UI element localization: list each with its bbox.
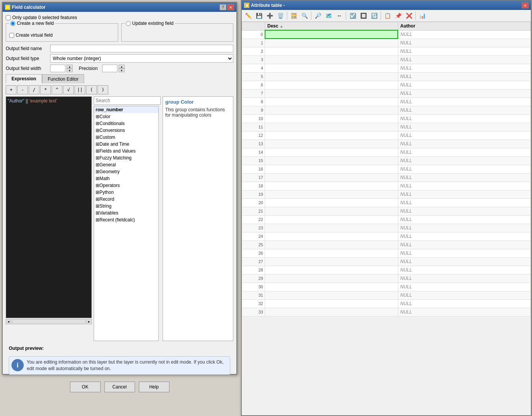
precision-input[interactable]: 0	[102, 65, 117, 72]
desc-cell[interactable]	[265, 283, 398, 291]
desc-cell[interactable]	[265, 98, 398, 106]
op-sqrt[interactable]: √	[63, 85, 74, 94]
func-math[interactable]: ⊞ Math	[94, 175, 158, 182]
func-row-number[interactable]: row_number	[94, 106, 158, 113]
desc-cell[interactable]	[265, 106, 398, 114]
desc-cell[interactable]	[265, 148, 398, 156]
func-fields-and-values[interactable]: ⊞ Fields and Values	[94, 148, 158, 154]
op-slash[interactable]: /	[29, 85, 39, 94]
func-conditionals[interactable]: ⊞ Conditionals	[94, 120, 158, 127]
desc-cell[interactable]	[265, 165, 398, 173]
desc-cell[interactable]	[265, 291, 398, 299]
desc-cell[interactable]	[265, 190, 398, 198]
desc-cell[interactable]	[265, 249, 398, 257]
desc-cell[interactable]	[265, 81, 398, 89]
search-input[interactable]	[94, 96, 161, 105]
desc-cell[interactable]	[265, 89, 398, 98]
desc-cell[interactable]	[265, 30, 398, 39]
attr-table-close-btn[interactable]: ✕	[522, 2, 529, 8]
func-record[interactable]: ⊞ Record	[94, 196, 158, 203]
toolbar-paste-btn[interactable]: 📌	[393, 11, 403, 20]
width-up-btn[interactable]: ▲	[67, 65, 73, 68]
toolbar-filter-btn[interactable]: 🔍	[299, 11, 309, 20]
op-multiply[interactable]: *	[40, 85, 51, 94]
func-variables[interactable]: ⊞ Variables	[94, 210, 158, 216]
toolbar-deselect-btn[interactable]: 🔲	[358, 11, 368, 20]
desc-cell[interactable]	[265, 64, 398, 72]
h-scrollbar[interactable]	[12, 319, 86, 324]
toolbar-delete-features-btn[interactable]: ❌	[404, 11, 414, 20]
tab-function-editor[interactable]: Function Editor	[42, 74, 85, 83]
op-plus[interactable]: +	[6, 85, 16, 94]
func-custom[interactable]: ⊞ Custom	[94, 134, 158, 141]
col-author[interactable]: Author	[398, 22, 531, 31]
op-close-paren[interactable]: )	[98, 85, 108, 94]
only-update-checkbox[interactable]	[6, 15, 11, 20]
only-update-label[interactable]: Only update 0 selected features	[6, 15, 233, 20]
desc-cell[interactable]	[265, 266, 398, 274]
desc-cell[interactable]	[265, 156, 398, 165]
toolbar-edit-btn[interactable]: ✏️	[243, 11, 253, 20]
create-virtual-checkbox[interactable]	[9, 33, 14, 38]
output-field-width-input[interactable]: 10	[50, 65, 65, 72]
op-concat[interactable]: ||	[75, 85, 85, 94]
func-conversions[interactable]: ⊞ Conversions	[94, 127, 158, 134]
desc-cell[interactable]	[265, 224, 398, 232]
precision-down-btn[interactable]: ▼	[119, 68, 125, 72]
desc-cell[interactable]	[265, 240, 398, 249]
desc-cell[interactable]	[265, 173, 398, 182]
op-caret[interactable]: ^	[52, 85, 62, 94]
toolbar-columns-btn[interactable]: 📊	[417, 11, 427, 20]
desc-cell[interactable]	[265, 299, 398, 308]
func-string[interactable]: ⊞ String	[94, 203, 158, 210]
desc-cell[interactable]	[265, 131, 398, 140]
desc-cell[interactable]	[265, 198, 398, 207]
desc-cell[interactable]	[265, 72, 398, 81]
attr-table-container[interactable]: Desc ▲ Author 0NULL1NULL2NULL3NULL4NULL5…	[242, 22, 531, 415]
desc-cell[interactable]	[265, 140, 398, 148]
update-existing-radio[interactable]	[126, 21, 131, 26]
desc-cell[interactable]	[265, 207, 398, 215]
desc-cell[interactable]	[265, 308, 398, 316]
desc-cell[interactable]	[265, 55, 398, 64]
scroll-right-btn[interactable]: ►	[86, 319, 92, 324]
tab-expression[interactable]: Expression	[6, 74, 42, 83]
desc-cell[interactable]	[265, 232, 398, 240]
precision-up-btn[interactable]: ▲	[119, 65, 125, 68]
toolbar-invert-btn[interactable]: 🔃	[369, 11, 379, 20]
func-color[interactable]: ⊞ Color	[94, 113, 158, 120]
desc-cell[interactable]	[265, 47, 398, 55]
func-geometry[interactable]: ⊞ Geometry	[94, 168, 158, 175]
width-down-btn[interactable]: ▼	[67, 68, 73, 72]
func-fuzzy-matching[interactable]: ⊞ Fuzzy Matching	[94, 154, 158, 161]
desc-cell[interactable]	[265, 274, 398, 283]
output-field-type-select[interactable]: Whole number (integer)	[50, 54, 233, 63]
op-minus[interactable]: -	[17, 85, 28, 94]
ok-button[interactable]: OK	[70, 382, 101, 392]
cancel-button[interactable]: Cancel	[104, 382, 135, 392]
toolbar-copy-btn[interactable]: 📋	[382, 11, 392, 20]
func-recent[interactable]: ⊞ Recent (fieldcalc)	[94, 216, 158, 223]
func-operators[interactable]: ⊞ Operators	[94, 182, 158, 189]
dialog-help-btn[interactable]: ?	[220, 4, 226, 10]
toolbar-zoom-selected-btn[interactable]: 🔎	[313, 11, 323, 20]
toolbar-pan-btn[interactable]: ↔️	[334, 11, 344, 20]
toolbar-add-row-btn[interactable]: ➕	[265, 11, 275, 20]
expression-editor-area[interactable]: "Author" || 'example text'	[6, 96, 92, 318]
create-new-radio[interactable]	[10, 21, 15, 26]
op-open-paren[interactable]: (	[86, 85, 97, 94]
desc-cell[interactable]	[265, 257, 398, 266]
func-date-and-time[interactable]: ⊞ Date and Time	[94, 141, 158, 148]
desc-cell[interactable]	[265, 123, 398, 131]
desc-cell[interactable]	[265, 182, 398, 190]
output-field-name-input[interactable]	[50, 45, 233, 52]
scroll-left-btn[interactable]: ◄	[6, 319, 11, 324]
toolbar-delete-row-btn[interactable]: 🗑️	[275, 11, 285, 20]
dialog-close-btn[interactable]: ✕	[227, 4, 234, 10]
desc-cell[interactable]	[265, 215, 398, 224]
toolbar-select-btn[interactable]: ☑️	[348, 11, 358, 20]
func-general[interactable]: ⊞ General	[94, 161, 158, 168]
toolbar-calc-btn[interactable]: 🧮	[289, 11, 299, 20]
toolbar-save-btn[interactable]: 💾	[254, 11, 264, 20]
func-python[interactable]: ⊞ Python	[94, 189, 158, 196]
